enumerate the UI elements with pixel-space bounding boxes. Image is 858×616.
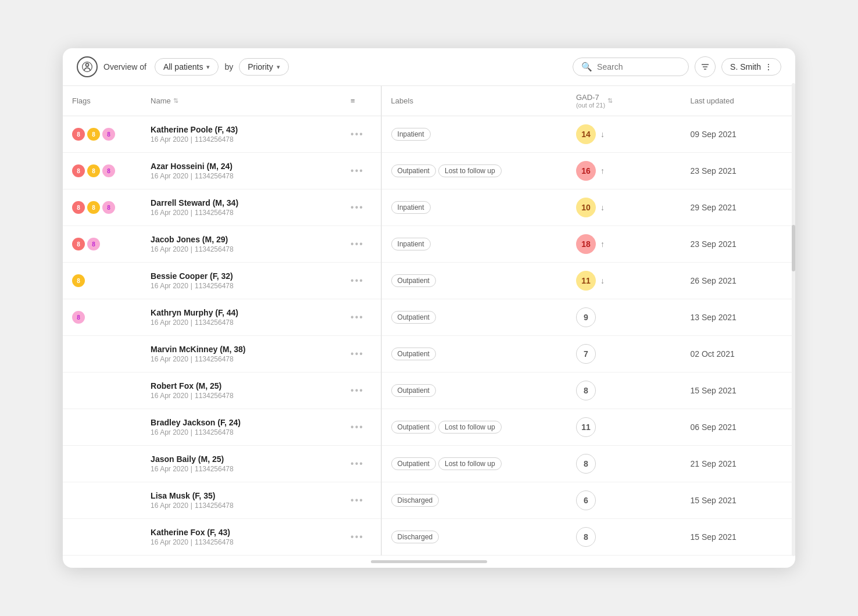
all-patients-filter[interactable]: All patients ▾ — [155, 58, 219, 76]
gad-score-cell: 6 — [567, 482, 681, 519]
gad-column-header[interactable]: GAD-7 (out of 21) ⇅ — [567, 86, 681, 116]
row-menu-dots-icon[interactable]: ••• — [351, 532, 364, 542]
patient-name-cell[interactable]: Marvin McKinney (M, 38)16 Apr 2020|11342… — [141, 336, 341, 373]
row-menu-dots-icon[interactable]: ••• — [351, 166, 364, 176]
label-tag: Discharged — [391, 494, 439, 507]
row-menu[interactable]: ••• — [341, 226, 381, 263]
row-menu-dots-icon[interactable]: ••• — [351, 422, 364, 432]
table-row[interactable]: 888Darrell Steward (M, 34)16 Apr 2020|11… — [63, 189, 795, 226]
table-row[interactable]: Marvin McKinney (M, 38)16 Apr 2020|11342… — [63, 336, 795, 373]
flag-dot: 8 — [72, 128, 85, 141]
patient-name-cell[interactable]: Darrell Steward (M, 34)16 Apr 2020|11342… — [141, 189, 341, 226]
labels-cell: Outpatient — [381, 263, 567, 299]
row-menu[interactable]: ••• — [341, 409, 381, 446]
search-box[interactable]: 🔍 — [573, 58, 689, 76]
header: Overview of All patients ▾ by Priority ▾… — [63, 48, 795, 86]
patient-name: Jason Baily (M, 25) — [151, 454, 332, 464]
label-tag: Lost to follow up — [438, 164, 502, 177]
row-menu-dots-icon[interactable]: ••• — [351, 385, 364, 395]
row-menu-dots-icon[interactable]: ••• — [351, 459, 364, 468]
flag-dot: 8 — [102, 164, 115, 177]
horizontal-scrollbar[interactable] — [371, 560, 487, 563]
patient-name-cell[interactable]: Jacob Jones (M, 29)16 Apr 2020|113425647… — [141, 226, 341, 263]
user-menu[interactable]: S. Smith ⋮ — [721, 58, 781, 76]
filter-button[interactable] — [695, 56, 716, 77]
gad-score-value: 7 — [576, 344, 596, 364]
row-menu-dots-icon[interactable]: ••• — [351, 275, 364, 285]
patient-name-cell[interactable]: Katherine Poole (F, 43)16 Apr 2020|11342… — [141, 116, 341, 153]
row-menu[interactable]: ••• — [341, 519, 381, 556]
patient-name-cell[interactable]: Robert Fox (M, 25)16 Apr 2020|1134256478 — [141, 373, 341, 409]
last-updated-cell: 15 Sep 2021 — [681, 482, 795, 519]
row-menu-dots-icon[interactable]: ••• — [351, 349, 364, 359]
row-menu[interactable]: ••• — [341, 373, 381, 409]
table-row[interactable]: Lisa Musk (F, 35)16 Apr 2020|1134256478•… — [63, 482, 795, 519]
scrollbar-thumb[interactable] — [792, 225, 795, 271]
patient-name: Jacob Jones (M, 29) — [151, 235, 332, 244]
row-menu[interactable]: ••• — [341, 482, 381, 519]
list-icon-column: ≡ — [341, 86, 381, 116]
labels-cell: OutpatientLost to follow up — [381, 153, 567, 189]
trend-icon: ↓ — [600, 276, 605, 285]
label-tag: Outpatient — [391, 274, 436, 287]
row-menu-dots-icon[interactable]: ••• — [351, 239, 364, 249]
label-tag: Inpatient — [391, 128, 431, 141]
name-column-header[interactable]: Name ⇅ — [141, 86, 341, 116]
gad-score-value: 14 — [576, 124, 596, 144]
search-input[interactable] — [597, 62, 680, 71]
table-row[interactable]: Robert Fox (M, 25)16 Apr 2020|1134256478… — [63, 373, 795, 409]
trend-icon: ↑ — [600, 166, 605, 176]
row-menu-dots-icon[interactable]: ••• — [351, 495, 364, 505]
chevron-down-icon-2: ▾ — [277, 63, 280, 71]
row-menu-dots-icon[interactable]: ••• — [351, 202, 364, 212]
patient-name-cell[interactable]: Bessie Cooper (F, 32)16 Apr 2020|1134256… — [141, 263, 341, 299]
label-tag: Outpatient — [391, 164, 436, 177]
patient-info: 16 Apr 2020|1134256478 — [151, 209, 332, 217]
flags-cell — [63, 482, 141, 519]
table-row[interactable]: 8Bessie Cooper (F, 32)16 Apr 2020|113425… — [63, 263, 795, 299]
gad-score-cell: 11 — [567, 409, 681, 446]
row-menu[interactable]: ••• — [341, 153, 381, 189]
flags-cell: 888 — [63, 153, 141, 189]
flag-dot: 8 — [72, 238, 85, 250]
patient-name-cell[interactable]: Lisa Musk (F, 35)16 Apr 2020|1134256478 — [141, 482, 341, 519]
table-row[interactable]: 888Katherine Poole (F, 43)16 Apr 2020|11… — [63, 116, 795, 153]
gad-score-value: 11 — [576, 271, 596, 291]
row-menu[interactable]: ••• — [341, 299, 381, 336]
row-menu[interactable]: ••• — [341, 446, 381, 482]
row-menu-dots-icon[interactable]: ••• — [351, 312, 364, 322]
row-menu[interactable]: ••• — [341, 189, 381, 226]
table-row[interactable]: 8Kathryn Murphy (F, 44)16 Apr 2020|11342… — [63, 299, 795, 336]
patient-name-cell[interactable]: Katherine Fox (F, 43)16 Apr 2020|1134256… — [141, 519, 341, 556]
gad-score-cell: 10↓ — [567, 189, 681, 226]
patient-name-cell[interactable]: Jason Baily (M, 25)16 Apr 2020|113425647… — [141, 446, 341, 482]
patient-name-cell[interactable]: Kathryn Murphy (F, 44)16 Apr 2020|113425… — [141, 299, 341, 336]
patient-name-cell[interactable]: Azar Hosseini (M, 24)16 Apr 2020|1134256… — [141, 153, 341, 189]
patient-name: Lisa Musk (F, 35) — [151, 491, 332, 500]
patient-name-cell[interactable]: Bradley Jackson (F, 24)16 Apr 2020|11342… — [141, 409, 341, 446]
last-updated-cell: 23 Sep 2021 — [681, 153, 795, 189]
flag-dot: 8 — [72, 274, 85, 287]
row-menu-dots-icon[interactable]: ••• — [351, 129, 364, 139]
priority-filter[interactable]: Priority ▾ — [239, 58, 289, 76]
table-row[interactable]: Katherine Fox (F, 43)16 Apr 2020|1134256… — [63, 519, 795, 556]
row-menu[interactable]: ••• — [341, 263, 381, 299]
row-menu[interactable]: ••• — [341, 116, 381, 153]
gad-score-value: 8 — [576, 381, 596, 400]
patient-name: Bradley Jackson (F, 24) — [151, 418, 332, 427]
trend-icon: ↓ — [600, 130, 605, 139]
table-row[interactable]: 88Jacob Jones (M, 29)16 Apr 2020|1134256… — [63, 226, 795, 263]
table-row[interactable]: Bradley Jackson (F, 24)16 Apr 2020|11342… — [63, 409, 795, 446]
row-menu[interactable]: ••• — [341, 336, 381, 373]
chevron-down-icon: ▾ — [206, 63, 210, 71]
last-updated-cell: 26 Sep 2021 — [681, 263, 795, 299]
table-row[interactable]: Jason Baily (M, 25)16 Apr 2020|113425647… — [63, 446, 795, 482]
labels-cell: OutpatientLost to follow up — [381, 446, 567, 482]
label-tag: Outpatient — [391, 457, 436, 470]
table-row[interactable]: 888Azar Hosseini (M, 24)16 Apr 2020|1134… — [63, 153, 795, 189]
vertical-scrollbar[interactable] — [792, 83, 795, 556]
labels-cell: Outpatient — [381, 336, 567, 373]
patient-info: 16 Apr 2020|1134256478 — [151, 502, 332, 510]
last-updated-cell: 02 Oct 2021 — [681, 336, 795, 373]
gad-score-value: 9 — [576, 307, 596, 327]
